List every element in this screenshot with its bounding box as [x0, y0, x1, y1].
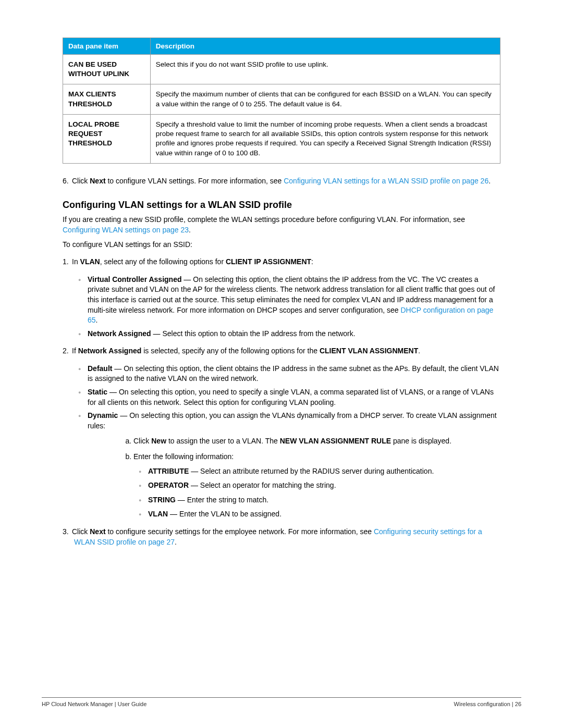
attribute-list: ATTRIBUTE — Select an attribute returned…	[133, 466, 500, 520]
table-header-desc: Description	[150, 38, 500, 55]
sub-steps: Click New to assign the user to a VLAN. …	[88, 436, 500, 520]
row-desc: Specify a threshold value to limit the n…	[150, 114, 500, 163]
list-item: Default — On selecting this option, the …	[88, 364, 500, 384]
table-header-item: Data pane item	[63, 38, 151, 55]
text: to configure security settings for the e…	[106, 527, 374, 536]
intro-paragraph-2: To configure VLAN settings for an SSID:	[63, 240, 500, 250]
table-row: LOCAL PROBE REQUEST THRESHOLD Specify a …	[63, 114, 500, 163]
text: Select this option to obtain the IP addr…	[162, 329, 355, 338]
text: On selecting this option, you can assign…	[88, 411, 497, 430]
bold-text: Next	[90, 527, 105, 536]
table-row: CAN BE USED WITHOUT UPLINK Select this i…	[63, 55, 500, 84]
page-footer: HP Cloud Network Manager | User Guide Wi…	[42, 697, 521, 707]
step2-bullets: Default — On selecting this option, the …	[63, 364, 500, 520]
text: Enter the string to match.	[187, 496, 268, 504]
step1-bullets: Virtual Controller Assigned — On selecti…	[63, 275, 500, 339]
cross-ref-link[interactable]: Configuring VLAN settings for a WLAN SSI…	[284, 177, 488, 185]
text: Click	[72, 527, 90, 536]
bold-text: ATTRIBUTE	[148, 467, 189, 475]
bold-text: VLAN	[80, 257, 100, 266]
bold-text: STRING	[148, 496, 176, 504]
text: On selecting this option, you need to sp…	[88, 388, 494, 406]
bold-text: NEW VLAN ASSIGNMENT RULE	[280, 437, 391, 445]
step-number: 6.	[63, 176, 72, 187]
list-item: Dynamic — On selecting this option, you …	[88, 411, 500, 520]
text: to configure VLAN settings. For more inf…	[106, 177, 284, 185]
text: —	[112, 364, 124, 373]
table-row: MAX CLIENTS THRESHOLD Specify the maximu…	[63, 84, 500, 114]
text: In	[72, 257, 80, 266]
text: .	[418, 347, 420, 355]
text: Click	[72, 177, 90, 185]
step-6: 6.Click Next to configure VLAN settings.…	[74, 176, 500, 187]
sub-step-b: Enter the following information: ATTRIBU…	[133, 452, 500, 520]
bold-text: Virtual Controller Assigned	[88, 275, 181, 283]
text: Enter the following information:	[133, 452, 234, 461]
sub-step-a: Click New to assign the user to a VLAN. …	[133, 436, 500, 447]
text: .	[488, 177, 491, 185]
list-item: Virtual Controller Assigned — On selecti…	[88, 275, 500, 326]
bold-text: OPERATOR	[148, 481, 189, 489]
text: .	[96, 316, 98, 324]
list-item: ATTRIBUTE — Select an attribute returned…	[148, 466, 500, 477]
text: If	[72, 347, 78, 355]
list-item: VLAN — Enter the VLAN to be assigned.	[148, 509, 500, 520]
bold-text: Network Assigned	[88, 329, 151, 338]
step-2: 2.If Network Assigned is selected, speci…	[74, 346, 500, 356]
bold-text: Static	[88, 388, 107, 396]
bold-text: CLIENT VLAN ASSIGNMENT	[320, 347, 418, 355]
row-label: CAN BE USED WITHOUT UPLINK	[63, 55, 151, 84]
text: Select an attribute returned by the RADI…	[200, 467, 434, 475]
data-pane-table: Data pane item Description CAN BE USED W…	[63, 38, 500, 164]
text: pane is displayed.	[391, 437, 451, 445]
text: —	[107, 388, 119, 396]
step-number: 1.	[63, 257, 72, 267]
text: .	[175, 538, 177, 546]
intro-paragraph: If you are creating a new SSID profile, …	[63, 215, 500, 235]
text: —	[181, 275, 193, 283]
list-item: OPERATOR — Select an operator for matchi…	[148, 480, 500, 491]
step-number: 2.	[63, 346, 72, 356]
section-heading: Configuring VLAN settings for a WLAN SSI…	[63, 200, 500, 211]
text: Select an operator for matching the stri…	[200, 481, 336, 489]
text: :	[311, 257, 313, 266]
bold-text: Next	[90, 177, 105, 185]
list-item: STRING — Enter the string to match.	[148, 495, 500, 505]
bold-text: Default	[88, 364, 112, 373]
text: —	[189, 481, 200, 489]
row-label: MAX CLIENTS THRESHOLD	[63, 84, 151, 114]
row-desc: Specify the maximum number of clients th…	[150, 84, 500, 114]
text: is selected, specify any of the followin…	[141, 347, 320, 355]
text: Enter the VLAN to be assigned.	[179, 510, 282, 518]
row-desc: Select this if you do not want SSID prof…	[150, 55, 500, 84]
text: On selecting this option, the client obt…	[88, 364, 499, 383]
text: —	[176, 496, 187, 504]
bold-text: Dynamic	[88, 411, 118, 419]
text: Click	[133, 437, 151, 445]
footer-right: Wireless configuration | 26	[454, 701, 521, 707]
text: to assign the user to a VLAN. The	[166, 437, 280, 445]
cross-ref-link[interactable]: Configuring WLAN settings on page 23	[63, 226, 189, 234]
step-1: 1.In VLAN, select any of the following o…	[74, 257, 500, 267]
footer-left: HP Cloud Network Manager | User Guide	[42, 701, 146, 707]
bold-text: VLAN	[148, 510, 168, 518]
text: —	[189, 467, 200, 475]
row-label: LOCAL PROBE REQUEST THRESHOLD	[63, 114, 151, 163]
text: .	[189, 226, 191, 234]
text: , select any of the following options fo…	[100, 257, 226, 266]
step-number: 3.	[63, 527, 72, 537]
list-item: Network Assigned — Select this option to…	[88, 329, 500, 339]
document-page: Data pane item Description CAN BE USED W…	[0, 0, 563, 728]
text: —	[118, 411, 129, 419]
bold-text: CLIENT IP ASSIGNMENT	[226, 257, 311, 266]
text: —	[168, 510, 179, 518]
bold-text: New	[151, 437, 166, 445]
list-item: Static — On selecting this option, you n…	[88, 387, 500, 408]
step-3: 3.Click Next to configure security setti…	[74, 527, 500, 547]
text: If you are creating a new SSID profile, …	[63, 215, 465, 224]
text: —	[151, 329, 163, 338]
bold-text: Network Assigned	[78, 347, 142, 355]
